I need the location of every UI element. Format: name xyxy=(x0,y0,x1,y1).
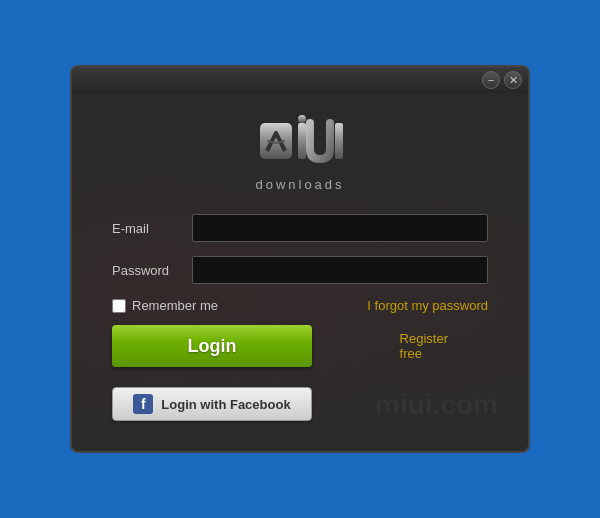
remember-label: Remember me xyxy=(132,298,218,313)
password-row: Password xyxy=(112,256,488,284)
svg-rect-2 xyxy=(335,123,343,159)
login-window: − ✕ xyxy=(70,65,530,453)
facebook-icon: f xyxy=(133,394,153,414)
minimize-button[interactable]: − xyxy=(482,71,500,89)
email-row: E-mail xyxy=(112,214,488,242)
facebook-button-label: Login with Facebook xyxy=(161,397,290,412)
svg-rect-0 xyxy=(260,123,292,159)
title-bar: − ✕ xyxy=(72,67,528,93)
password-input[interactable] xyxy=(192,256,488,284)
logo-text: downloads xyxy=(255,177,344,192)
register-link[interactable]: Register free xyxy=(400,331,448,361)
bottom-row: Login f Login with Facebook Register fre… xyxy=(112,325,488,421)
forgot-password-link[interactable]: I forgot my password xyxy=(367,298,488,313)
email-label: E-mail xyxy=(112,221,192,236)
password-label: Password xyxy=(112,263,192,278)
facebook-login-button[interactable]: f Login with Facebook xyxy=(112,387,312,421)
app-logo xyxy=(255,113,345,173)
close-button[interactable]: ✕ xyxy=(504,71,522,89)
svg-point-3 xyxy=(298,115,306,123)
login-button[interactable]: Login xyxy=(112,325,312,367)
remember-row: Remember me I forgot my password xyxy=(112,298,488,313)
content-area: downloads E-mail Password Remember me I … xyxy=(72,93,528,451)
email-input[interactable] xyxy=(192,214,488,242)
logo-area: downloads xyxy=(112,113,488,192)
svg-rect-1 xyxy=(298,123,306,159)
remember-checkbox[interactable] xyxy=(112,299,126,313)
